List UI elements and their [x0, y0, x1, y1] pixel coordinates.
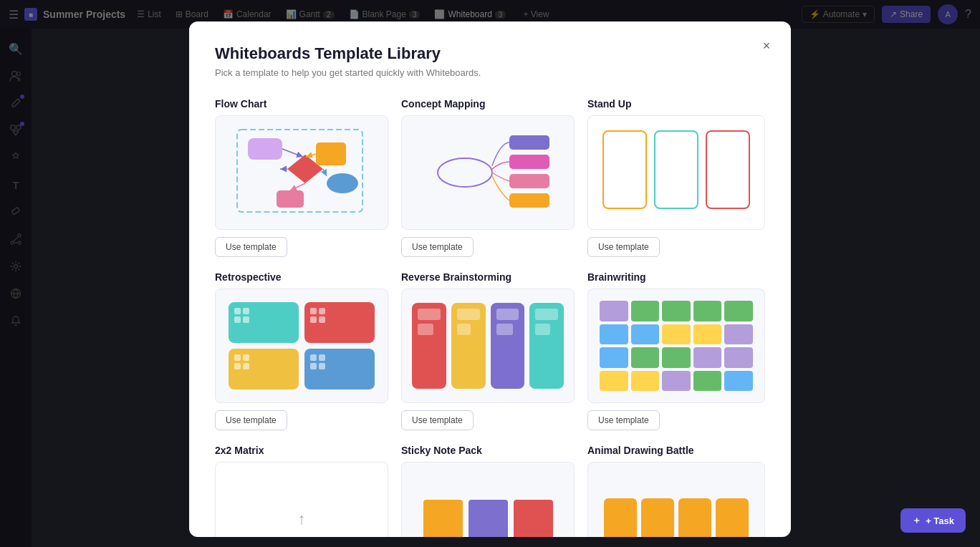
- svg-point-24: [438, 158, 492, 187]
- use-template-concept-mapping-button[interactable]: Use template: [401, 237, 474, 257]
- template-card-stand-up: Stand Up Use template: [587, 98, 765, 257]
- svg-rect-14: [248, 138, 282, 160]
- template-name-retrospective: Retrospective: [215, 271, 388, 283]
- modal-overlay[interactable]: × Whiteboards Template Library Pick a te…: [0, 0, 980, 547]
- template-card-reverse-brainstorming: Reverse Brainstorming: [401, 271, 575, 430]
- template-preview-stand-up: [587, 115, 765, 230]
- use-template-brainwriting-button[interactable]: Use template: [587, 410, 660, 430]
- svg-line-19: [282, 149, 303, 157]
- template-name-animal-drawing-battle: Animal Drawing Battle: [587, 445, 765, 456]
- template-name-concept-mapping: Concept Mapping: [401, 98, 575, 110]
- template-name-flow-chart: Flow Chart: [215, 98, 388, 110]
- svg-point-18: [327, 173, 358, 193]
- modal-subtitle: Pick a template to help you get started …: [215, 67, 765, 78]
- template-card-animal-drawing-battle: Animal Drawing Battle Use template: [587, 445, 765, 537]
- template-name-reverse-brainstorming: Reverse Brainstorming: [401, 271, 575, 283]
- template-grid: Flow Chart: [215, 98, 765, 537]
- template-preview-flow-chart: [215, 115, 388, 230]
- svg-rect-28: [509, 193, 549, 208]
- svg-rect-27: [509, 174, 549, 188]
- template-name-brainwriting: Brainwriting: [587, 271, 765, 283]
- template-card-2x2-matrix: 2x2 Matrix ↑ Use template: [215, 445, 388, 537]
- svg-line-23: [306, 154, 316, 157]
- modal-title: Whiteboards Template Library: [215, 44, 765, 63]
- task-fab-button[interactable]: ＋ + Task: [900, 508, 966, 533]
- use-template-flow-chart-button[interactable]: Use template: [215, 237, 287, 257]
- template-card-brainwriting: Brainwriting: [587, 271, 765, 430]
- template-card-flow-chart: Flow Chart: [215, 98, 388, 257]
- template-preview-2x2-matrix: ↑: [215, 462, 388, 537]
- template-card-sticky-note-pack: Sticky Note Pack Use template: [401, 445, 575, 537]
- use-template-retrospective-button[interactable]: Use template: [215, 410, 287, 430]
- template-preview-sticky-note-pack: [401, 462, 575, 537]
- template-name-sticky-note-pack: Sticky Note Pack: [401, 445, 575, 456]
- svg-rect-17: [277, 190, 304, 208]
- template-preview-retrospective: [215, 289, 388, 403]
- template-preview-brainwriting: [587, 289, 765, 403]
- svg-rect-16: [316, 142, 346, 165]
- svg-line-20: [323, 169, 327, 176]
- use-template-stand-up-button[interactable]: Use template: [587, 237, 660, 257]
- template-card-concept-mapping: Concept Mapping: [401, 98, 575, 257]
- template-library-modal: × Whiteboards Template Library Pick a te…: [189, 21, 791, 537]
- svg-line-21: [290, 183, 305, 190]
- plus-icon: ＋: [912, 514, 921, 527]
- template-name-2x2-matrix: 2x2 Matrix: [215, 445, 388, 456]
- template-preview-concept-mapping: [401, 115, 575, 230]
- template-card-retrospective: Retrospective: [215, 271, 388, 430]
- modal-close-button[interactable]: ×: [756, 36, 777, 56]
- template-preview-animal-drawing-battle: [587, 462, 765, 537]
- template-name-stand-up: Stand Up: [587, 98, 765, 110]
- svg-rect-26: [509, 155, 549, 169]
- use-template-reverse-brainstorming-button[interactable]: Use template: [401, 410, 474, 430]
- svg-rect-25: [509, 135, 549, 150]
- template-preview-reverse-brainstorming: [401, 289, 575, 403]
